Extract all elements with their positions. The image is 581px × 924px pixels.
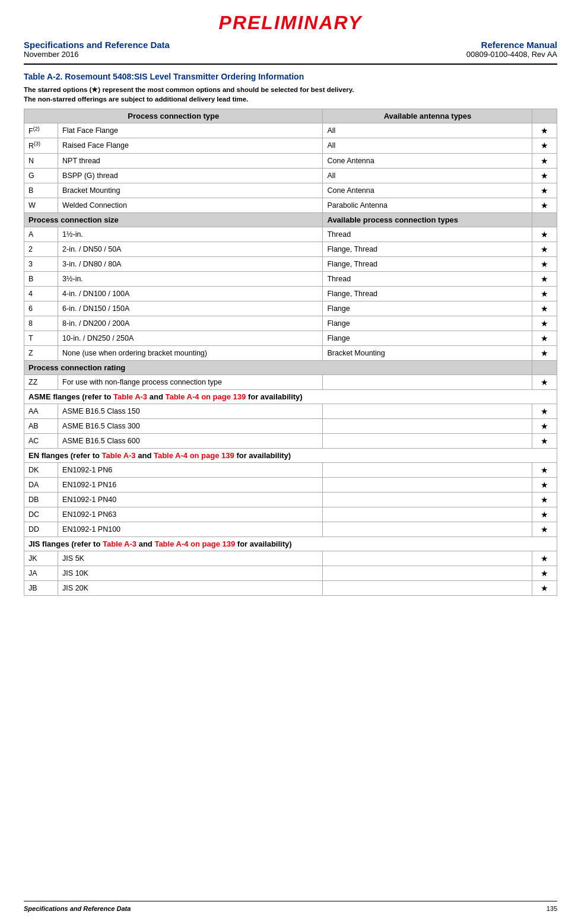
- footer-left-text: Specifications and Reference Data: [24, 905, 131, 912]
- row-description: 3-in. / DN80 / 80A: [58, 256, 323, 271]
- row-description: 3½-in.: [58, 271, 323, 286]
- row-info: [323, 566, 532, 580]
- table-link-1[interactable]: Table A-3: [102, 451, 136, 460]
- row-description: Flat Face Flange: [58, 123, 323, 138]
- table-note: The starred options (★) represent the mo…: [24, 85, 557, 104]
- row-info: Thread: [323, 227, 532, 242]
- row-info: Flange, Thread: [323, 256, 532, 271]
- row-star: ★: [532, 316, 557, 331]
- row-description: 10-in. / DN250 / 250A: [58, 331, 323, 345]
- row-info: Flange: [323, 331, 532, 345]
- row-description: 6-in. / DN150 / 150A: [58, 301, 323, 316]
- row-info: Flange: [323, 301, 532, 316]
- row-star: ★: [532, 168, 557, 183]
- row-description: JIS 10K: [58, 566, 323, 580]
- row-code: AB: [24, 418, 58, 433]
- row-info: [323, 551, 532, 566]
- row-description: EN1092-1 PN6: [58, 462, 323, 477]
- table-row: DBEN1092-1 PN40★: [24, 492, 557, 507]
- row-star: ★: [532, 198, 557, 212]
- row-star: ★: [532, 227, 557, 242]
- table-row: B3½-in.Thread★: [24, 271, 557, 286]
- col-header-star: [532, 109, 557, 123]
- section-label-left: Process connection size: [24, 212, 323, 227]
- table-row: DKEN1092-1 PN6★: [24, 462, 557, 477]
- row-description: BSPP (G) thread: [58, 168, 323, 183]
- table-section-row: Process connection sizeAvailable process…: [24, 212, 557, 227]
- table-link-1[interactable]: Table A-3: [113, 392, 147, 401]
- row-info: [323, 404, 532, 418]
- row-code: DD: [24, 522, 58, 536]
- row-star: ★: [532, 153, 557, 168]
- table-section-row-single: Process connection rating: [24, 360, 557, 374]
- table-row: F(2)Flat Face FlangeAll★: [24, 123, 557, 138]
- row-description: EN1092-1 PN40: [58, 492, 323, 507]
- footer-page-number: 135: [547, 905, 557, 912]
- header-divider: [24, 63, 557, 65]
- row-star: ★: [532, 123, 557, 138]
- table-row: 33-in. / DN80 / 80AFlange, Thread★: [24, 256, 557, 271]
- row-star: ★: [532, 507, 557, 522]
- table-link-2[interactable]: Table A-4 on page 139: [154, 539, 235, 548]
- header-left-subtitle: November 2016: [24, 50, 170, 59]
- row-star: ★: [532, 256, 557, 271]
- header-right-subtitle: 00809-0100-4408, Rev AA: [466, 50, 557, 59]
- row-description: Bracket Mounting: [58, 183, 323, 198]
- row-star: ★: [532, 183, 557, 198]
- table-row: ACASME B16.5 Class 600★: [24, 433, 557, 448]
- page: PRELIMINARY Specifications and Reference…: [0, 0, 581, 924]
- row-star: ★: [532, 433, 557, 448]
- row-star: ★: [532, 522, 557, 536]
- row-info: [323, 522, 532, 536]
- section-label-full: Process connection rating: [24, 360, 532, 374]
- table-link-2[interactable]: Table A-4 on page 139: [154, 451, 234, 460]
- row-star: ★: [532, 345, 557, 360]
- row-code: JK: [24, 551, 58, 566]
- row-star: ★: [532, 331, 557, 345]
- row-description: ASME B16.5 Class 150: [58, 404, 323, 418]
- row-star: ★: [532, 138, 557, 153]
- row-info: [323, 418, 532, 433]
- table-header-row: Process connection typeAvailable antenna…: [24, 109, 557, 123]
- row-star: ★: [532, 404, 557, 418]
- row-description: Welded Connection: [58, 198, 323, 212]
- row-description: For use with non-flange process connecti…: [58, 374, 323, 389]
- table-row: WWelded ConnectionParabolic Antenna★: [24, 198, 557, 212]
- table-row: JKJIS 5K★: [24, 551, 557, 566]
- header-right-title: Reference Manual: [466, 40, 557, 50]
- table-link-1[interactable]: Table A-3: [103, 539, 136, 548]
- row-code: DK: [24, 462, 58, 477]
- row-star: ★: [532, 286, 557, 301]
- row-code: 3: [24, 256, 58, 271]
- row-description: EN1092-1 PN16: [58, 477, 323, 492]
- row-code: R(3): [24, 138, 58, 153]
- table-link-2[interactable]: Table A-4 on page 139: [165, 392, 246, 401]
- row-description: ASME B16.5 Class 600: [58, 433, 323, 448]
- table-row: 22-in. / DN50 / 50AFlange, Thread★: [24, 242, 557, 256]
- table-row: JAJIS 10K★: [24, 566, 557, 580]
- row-star: ★: [532, 418, 557, 433]
- row-star: ★: [532, 462, 557, 477]
- table-row: T10-in. / DN250 / 250AFlange★: [24, 331, 557, 345]
- section-star-placeholder: [532, 360, 557, 374]
- row-info: Cone Antenna: [323, 183, 532, 198]
- table-row: NNPT threadCone Antenna★: [24, 153, 557, 168]
- row-code: DA: [24, 477, 58, 492]
- table-row: DCEN1092-1 PN63★: [24, 507, 557, 522]
- table-row: DDEN1092-1 PN100★: [24, 522, 557, 536]
- row-code: 8: [24, 316, 58, 331]
- row-star: ★: [532, 492, 557, 507]
- row-description: Raised Face Flange: [58, 138, 323, 153]
- row-info: [323, 462, 532, 477]
- table-row: A1½-in.Thread★: [24, 227, 557, 242]
- table-row: ZNone (use when ordering bracket mountin…: [24, 345, 557, 360]
- row-code: G: [24, 168, 58, 183]
- row-code: T: [24, 331, 58, 345]
- table-row: R(3)Raised Face FlangeAll★: [24, 138, 557, 153]
- row-code: B: [24, 183, 58, 198]
- row-star: ★: [532, 242, 557, 256]
- doc-header: Specifications and Reference Data Novemb…: [24, 40, 557, 59]
- section-star-placeholder: [532, 212, 557, 227]
- row-info: [323, 507, 532, 522]
- row-star: ★: [532, 580, 557, 595]
